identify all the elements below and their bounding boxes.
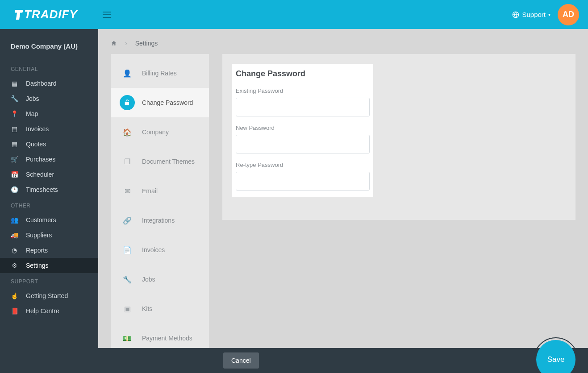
sidebar-item-getting-started[interactable]: ☝ Getting Started (0, 288, 98, 303)
sidebar-item-label: Scheduler (26, 171, 54, 178)
change-password-panel: Change Password Existing Password New Pa… (232, 64, 373, 197)
sidebar-item-label: Invoices (26, 125, 49, 133)
sidebar-item-label: Purchases (26, 156, 55, 163)
sidebar-item-label: Dashboard (26, 80, 57, 87)
save-button[interactable]: Save (536, 340, 575, 373)
envelope-icon: ✉ (120, 183, 135, 199)
brand-logo[interactable]: TRADIFY (14, 8, 78, 21)
settings-item-label: Change Password (142, 99, 193, 106)
settings-item-label: Kits (142, 305, 152, 312)
sidebar-item-invoices[interactable]: ▤ Invoices (0, 121, 98, 137)
menu-toggle-icon[interactable] (98, 12, 116, 18)
sidebar-item-suppliers[interactable]: 🚚 Suppliers (0, 228, 98, 243)
chevron-right-icon: › (125, 40, 127, 47)
breadcrumb: › Settings (98, 29, 588, 54)
sidebar-item-purchases[interactable]: 🛒 Purchases (0, 152, 98, 167)
cancel-button[interactable]: Cancel (223, 352, 259, 369)
retype-password-input[interactable] (236, 172, 370, 191)
panel-title: Change Password (236, 69, 370, 79)
sidebar-item-timesheets[interactable]: 🕒 Timesheets (0, 182, 98, 197)
settings-nav: 👤 Billing Rates Change Password 🏠 Compan… (111, 54, 209, 373)
dashboard-icon: ▦ (11, 80, 18, 87)
section-label-other: OTHER (0, 197, 98, 212)
settings-item-change-password[interactable]: Change Password (111, 88, 209, 117)
sidebar-item-customers[interactable]: 👥 Customers (0, 212, 98, 228)
existing-password-label: Existing Password (236, 87, 370, 94)
sidebar-item-label: Timesheets (26, 186, 58, 193)
company-name: Demo Company (AU) (0, 38, 98, 61)
sidebar-item-label: Help Centre (26, 307, 59, 315)
chart-icon: ◔ (11, 247, 18, 254)
settings-item-company[interactable]: 🏠 Company (111, 117, 209, 147)
settings-item-label: Payment Methods (142, 335, 192, 342)
settings-item-label: Company (142, 128, 169, 136)
sidebar-item-label: Quotes (26, 141, 46, 148)
calendar-icon: 📅 (11, 171, 18, 178)
sidebar-item-map[interactable]: 📍 Map (0, 106, 98, 121)
new-password-input[interactable] (236, 135, 370, 153)
globe-icon (512, 11, 519, 18)
panel-container: Change Password Existing Password New Pa… (222, 54, 575, 220)
sidebar-item-scheduler[interactable]: 📅 Scheduler (0, 167, 98, 182)
cart-icon: 🛒 (11, 156, 18, 163)
settings-item-label: Document Themes (142, 158, 195, 165)
settings-item-email[interactable]: ✉ Email (111, 176, 209, 206)
logo-area: TRADIFY (0, 8, 98, 21)
retype-password-label: Re-type Password (236, 162, 370, 168)
sidebar-item-dashboard[interactable]: ▦ Dashboard (0, 76, 98, 91)
sidebar-item-label: Settings (26, 262, 49, 269)
settings-item-integrations[interactable]: 🔗 Integrations (111, 206, 209, 235)
money-icon: 💵 (120, 331, 135, 346)
boxes-icon: ▣ (120, 301, 135, 316)
document-icon: 📄 (120, 242, 135, 257)
truck-icon: 🚚 (11, 232, 18, 239)
existing-password-input[interactable] (236, 98, 370, 116)
sidebar-item-label: Map (26, 110, 38, 117)
pin-icon: 📍 (11, 110, 18, 117)
clock-icon: 🕒 (11, 186, 18, 193)
sidebar-item-label: Getting Started (26, 292, 68, 299)
support-label: Support (522, 11, 546, 18)
sidebar-item-quotes[interactable]: ▦ Quotes (0, 137, 98, 152)
settings-item-kits[interactable]: ▣ Kits (111, 294, 209, 323)
settings-item-label: Integrations (142, 217, 175, 224)
settings-item-label: Jobs (142, 276, 155, 283)
brand-name: TRADIFY (24, 8, 78, 21)
file-icon: ▤ (11, 125, 18, 133)
avatar-initials: AD (563, 10, 574, 19)
settings-item-document-themes[interactable]: ❐ Document Themes (111, 147, 209, 176)
grid-icon: ▦ (11, 141, 18, 148)
sidebar-item-help-centre[interactable]: 📕 Help Centre (0, 303, 98, 319)
bottom-bar: Cancel (98, 348, 588, 373)
home-icon: 🏠 (120, 124, 135, 140)
settings-item-label: Billing Rates (142, 70, 177, 77)
link-icon: 🔗 (120, 213, 135, 228)
gear-icon: ⚙ (11, 262, 18, 269)
settings-item-billing-rates[interactable]: 👤 Billing Rates (111, 58, 209, 88)
sidebar-item-label: Suppliers (26, 232, 52, 239)
sidebar-item-settings[interactable]: ⚙ Settings (0, 258, 98, 273)
settings-item-jobs[interactable]: 🔧 Jobs (111, 265, 209, 294)
sidebar-item-label: Customers (26, 216, 56, 224)
book-icon: 📕 (11, 307, 18, 315)
main: › Settings 👤 Billing Rates Change Passwo… (98, 29, 588, 373)
settings-item-label: Invoices (142, 246, 165, 253)
lock-icon (120, 95, 135, 110)
new-password-label: New Password (236, 124, 370, 131)
sidebar-item-label: Jobs (26, 95, 39, 102)
home-icon[interactable] (111, 40, 117, 46)
avatar[interactable]: AD (558, 4, 579, 25)
top-right: Support ▾ AD (512, 4, 579, 25)
sidebar-item-reports[interactable]: ◔ Reports (0, 243, 98, 258)
top-bar: TRADIFY Support ▾ AD (0, 0, 588, 29)
logo-mark-icon (13, 10, 23, 20)
users-icon: 👥 (11, 216, 18, 224)
settings-item-invoices[interactable]: 📄 Invoices (111, 235, 209, 265)
sidebar-item-jobs[interactable]: 🔧 Jobs (0, 91, 98, 106)
person-icon: 👤 (120, 66, 135, 81)
copy-icon: ❐ (120, 154, 135, 169)
wrench-icon: 🔧 (120, 272, 135, 287)
section-label-general: GENERAL (0, 61, 98, 76)
support-menu[interactable]: Support ▾ (512, 11, 550, 18)
breadcrumb-current: Settings (135, 40, 158, 47)
